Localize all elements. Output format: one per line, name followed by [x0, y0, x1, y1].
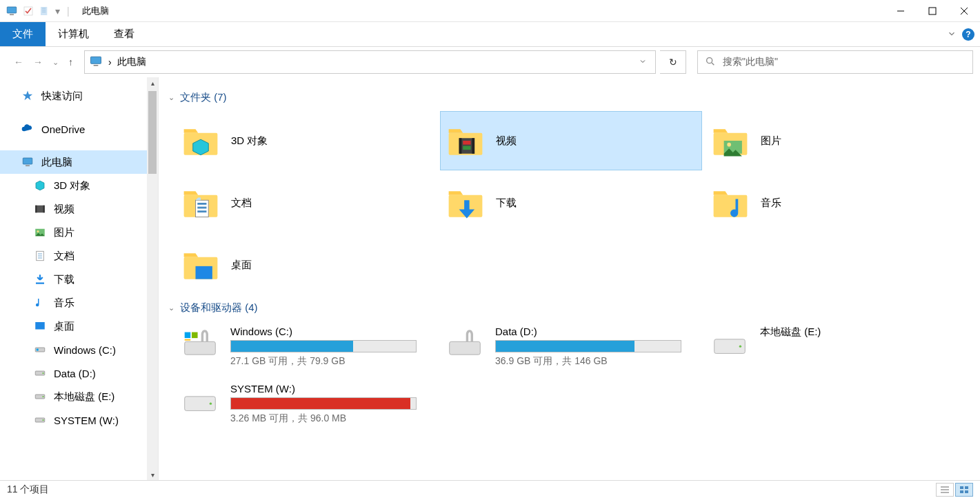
qat-overflow-icon[interactable]: ▾	[55, 6, 60, 17]
scroll-down-icon[interactable]: ▾	[147, 469, 158, 480]
sidebar-item[interactable]: 音乐	[0, 291, 158, 315]
history-dropdown-icon[interactable]: ⌄	[52, 58, 59, 67]
folder-icon	[710, 120, 751, 161]
window-controls	[885, 0, 980, 22]
svg-rect-66	[965, 490, 968, 493]
pc-icon	[6, 5, 18, 17]
sidebar-item-onedrive[interactable]: OneDrive	[0, 117, 158, 141]
svg-rect-8	[91, 57, 101, 63]
nav-arrows: ← → ⌄ ↑	[7, 57, 80, 68]
tree-icon	[33, 390, 47, 404]
address-path[interactable]: 此电脑	[117, 56, 146, 68]
folder-item[interactable]: 3D 对象	[175, 111, 437, 170]
tab-view[interactable]: 查看	[101, 22, 147, 46]
svg-point-59	[210, 402, 212, 404]
up-button[interactable]: ↑	[68, 57, 73, 68]
sidebar-item-label: 此电脑	[41, 156, 72, 169]
sidebar-item-label: 文档	[54, 250, 74, 263]
sidebar-item[interactable]: 下载	[0, 268, 158, 291]
sidebar-item[interactable]: SYSTEM (W:)	[0, 408, 158, 432]
drive-usage-bar	[495, 340, 681, 352]
checkbox-icon[interactable]	[22, 5, 34, 17]
drive-usage-bar	[230, 340, 417, 352]
svg-point-27	[42, 372, 43, 374]
folder-item[interactable]: 视频	[440, 111, 702, 170]
tab-computer[interactable]: 计算机	[46, 22, 101, 46]
status-bar: 11 个项目	[0, 480, 980, 498]
scroll-thumb[interactable]	[148, 91, 157, 174]
tab-file[interactable]: 文件	[0, 22, 46, 46]
cloud-icon	[21, 122, 34, 136]
folder-name: 文档	[231, 197, 252, 210]
svg-rect-5	[929, 8, 936, 14]
sidebar-item[interactable]: Data (D:)	[0, 361, 158, 385]
scroll-up-icon[interactable]: ▴	[147, 77, 158, 88]
help-icon[interactable]: ?	[962, 28, 974, 41]
folder-icon	[180, 182, 221, 223]
svg-rect-36	[472, 138, 474, 154]
sidebar-item[interactable]: 桌面	[0, 315, 158, 338]
sidebar-item-quick-access[interactable]: 快速访问	[0, 84, 158, 108]
nav-bar: ← → ⌄ ↑ › 此电脑 ↻ 搜索"此电脑"	[0, 47, 980, 77]
back-button[interactable]: ←	[14, 57, 23, 68]
view-details-button[interactable]	[936, 483, 954, 497]
sidebar-item[interactable]: 视频	[0, 197, 158, 221]
folder-item[interactable]: 图片	[705, 111, 967, 170]
folder-icon	[180, 244, 221, 286]
drive-free-text: 36.9 GB 可用，共 146 GB	[495, 355, 698, 368]
sidebar-item[interactable]: Windows (C:)	[0, 338, 158, 361]
forward-button[interactable]: →	[33, 57, 43, 68]
ribbon-expand-icon[interactable]	[947, 29, 957, 41]
minimize-button[interactable]	[885, 0, 917, 22]
sidebar-item-label: 图片	[54, 226, 74, 239]
svg-rect-54	[185, 339, 191, 341]
group-header-folders[interactable]: ⌄ 文件夹 (7)	[168, 91, 966, 104]
address-dropdown-icon[interactable]	[634, 57, 651, 68]
address-bar[interactable]: › 此电脑	[84, 50, 656, 74]
sidebar-item-label: 桌面	[54, 320, 74, 333]
sidebar-item[interactable]: 3D 对象	[0, 174, 158, 197]
sidebar-item-label: 3D 对象	[54, 179, 90, 192]
folder-icon	[445, 182, 486, 223]
star-icon	[21, 89, 34, 103]
folder-item[interactable]: 音乐	[705, 173, 967, 232]
search-box[interactable]: 搜索"此电脑"	[697, 50, 973, 74]
sidebar-item[interactable]: 图片	[0, 221, 158, 244]
tree-icon	[33, 226, 47, 239]
close-button[interactable]	[948, 0, 980, 22]
address-pc-icon	[89, 54, 103, 70]
sidebar-item-label: Windows (C:)	[54, 344, 116, 356]
drive-item[interactable]: Data (D:)36.9 GB 可用，共 146 GB	[440, 321, 702, 372]
tree-icon	[33, 179, 47, 192]
svg-point-31	[42, 419, 43, 421]
drive-item[interactable]: Windows (C:)27.1 GB 可用，共 79.9 GB	[175, 321, 437, 372]
group-header-label: 设备和驱动器 (4)	[180, 301, 258, 315]
folder-item[interactable]: 下载	[440, 173, 702, 232]
drive-item[interactable]: SYSTEM (W:)3.26 MB 可用，共 96.0 MB	[175, 379, 437, 429]
tree-icon	[33, 249, 47, 263]
svg-rect-23	[35, 322, 45, 330]
drive-name: SYSTEM (W:)	[230, 383, 433, 395]
drive-free-text: 27.1 GB 可用，共 79.9 GB	[230, 355, 433, 368]
sidebar-item-label: 音乐	[54, 297, 74, 310]
drive-icon	[444, 326, 486, 360]
sidebar-scrollbar[interactable]: ▴ ▾	[147, 77, 158, 480]
sidebar-item[interactable]: 文档	[0, 244, 158, 268]
group-header-drives[interactable]: ⌄ 设备和驱动器 (4)	[168, 301, 966, 315]
folder-icon	[710, 182, 751, 223]
folder-item[interactable]: 桌面	[175, 235, 437, 295]
svg-rect-64	[965, 486, 968, 489]
title-bar: ▾ | 此电脑	[0, 0, 980, 22]
folder-item[interactable]: 文档	[175, 173, 437, 232]
svg-rect-25	[37, 349, 39, 351]
maximize-button[interactable]	[917, 0, 948, 22]
status-count: 11 个项目	[7, 484, 49, 496]
address-separator: ›	[108, 57, 112, 68]
qat-dropdown-icon[interactable]	[39, 5, 51, 17]
view-icons-button[interactable]	[955, 483, 973, 497]
sidebar-item-this-pc[interactable]: 此电脑	[0, 150, 158, 174]
sidebar-item[interactable]: 本地磁盘 (E:)	[0, 385, 158, 408]
svg-rect-12	[23, 158, 32, 164]
refresh-button[interactable]: ↻	[660, 50, 686, 74]
drive-item[interactable]: 本地磁盘 (E:)	[705, 321, 967, 372]
